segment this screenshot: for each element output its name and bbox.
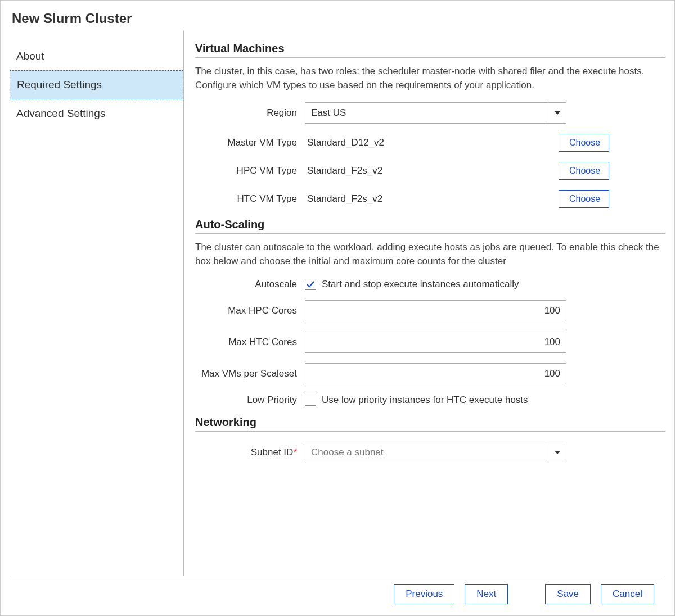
section-desc-vm: The cluster, in this case, has two roles… <box>195 65 665 92</box>
label-max-htc-cores: Max HTC Cores <box>195 337 305 348</box>
value-hpc-vm: Standard_F2s_v2 <box>305 165 516 176</box>
sidebar-item-advanced-settings[interactable]: Advanced Settings <box>10 99 183 128</box>
previous-button[interactable]: Previous <box>394 584 454 604</box>
dialog-title: New Slurm Cluster <box>1 1 674 31</box>
subnet-select[interactable]: Choose a subnet <box>305 442 566 463</box>
section-title-autoscaling: Auto-Scaling <box>195 218 665 234</box>
sidebar-item-about[interactable]: About <box>10 42 183 70</box>
cancel-button[interactable]: Cancel <box>601 584 654 604</box>
new-cluster-dialog: New Slurm Cluster About Required Setting… <box>0 0 675 616</box>
label-max-vms: Max VMs per Scaleset <box>195 368 305 379</box>
label-region: Region <box>195 107 305 119</box>
max-vms-input[interactable] <box>305 363 566 384</box>
next-button[interactable]: Next <box>465 584 508 604</box>
value-htc-vm: Standard_F2s_v2 <box>305 193 516 205</box>
max-hpc-cores-input[interactable] <box>305 300 566 321</box>
section-title-networking: Networking <box>195 416 665 432</box>
region-select[interactable]: East US <box>305 102 566 124</box>
section-desc-autoscaling: The cluster can autoscale to the workloa… <box>195 241 665 268</box>
region-select-value: East US <box>305 103 548 123</box>
low-priority-checkbox[interactable] <box>305 395 316 406</box>
wizard-main: Virtual Machines The cluster, in this ca… <box>184 31 665 576</box>
label-htc-vm: HTC VM Type <box>195 193 305 205</box>
choose-hpc-vm-button[interactable]: Choose <box>559 162 609 180</box>
subnet-select-placeholder: Choose a subnet <box>305 442 548 463</box>
dialog-body: About Required Settings Advanced Setting… <box>1 31 674 576</box>
label-autoscale: Autoscale <box>195 279 305 290</box>
required-star-icon: * <box>293 447 297 458</box>
wizard-sidebar: About Required Settings Advanced Setting… <box>10 31 184 576</box>
choose-htc-vm-button[interactable]: Choose <box>559 190 609 208</box>
max-htc-cores-input[interactable] <box>305 332 566 353</box>
label-hpc-vm: HPC VM Type <box>195 165 305 176</box>
choose-master-vm-button[interactable]: Choose <box>559 134 609 152</box>
label-subnet-id-text: Subnet ID <box>251 447 294 458</box>
sidebar-item-required-settings[interactable]: Required Settings <box>10 70 183 99</box>
label-master-vm: Master VM Type <box>195 137 305 148</box>
label-subnet-id: Subnet ID* <box>195 447 305 458</box>
autoscale-checkbox[interactable] <box>305 279 316 290</box>
save-button[interactable]: Save <box>545 584 591 604</box>
label-low-priority: Low Priority <box>195 395 305 406</box>
chevron-down-icon <box>548 442 566 463</box>
low-priority-checkbox-label: Use low priority instances for HTC execu… <box>322 395 528 406</box>
value-master-vm: Standard_D12_v2 <box>305 137 516 148</box>
section-title-vm: Virtual Machines <box>195 42 665 58</box>
chevron-down-icon <box>548 103 566 123</box>
dialog-footer: Previous Next Save Cancel <box>10 576 665 615</box>
autoscale-checkbox-label: Start and stop execute instances automat… <box>322 279 519 290</box>
label-max-hpc-cores: Max HPC Cores <box>195 305 305 316</box>
